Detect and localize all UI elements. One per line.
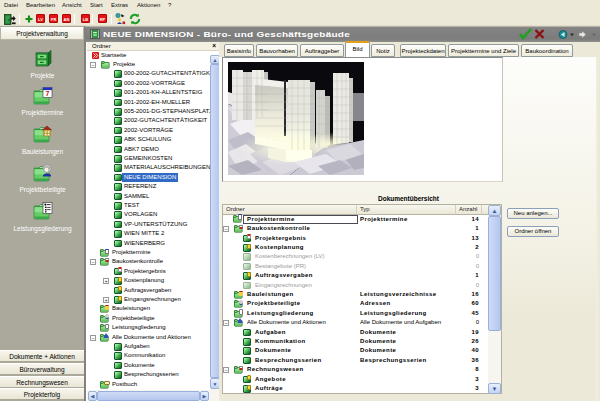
svg-text:7: 7 [46,90,50,97]
